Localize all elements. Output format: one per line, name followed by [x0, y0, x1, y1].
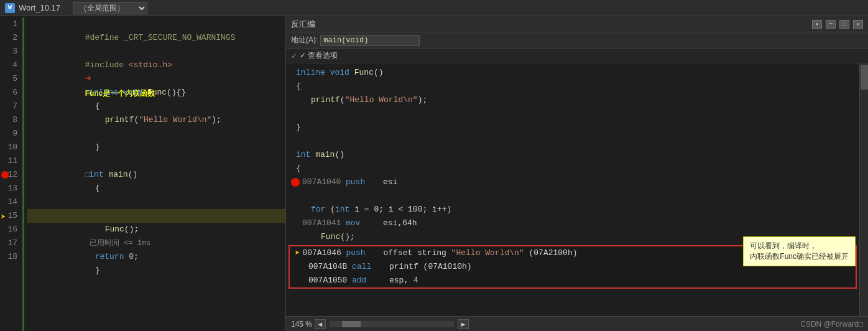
- line-numbers: 1 2 3 4 5 6 7 8 9 10 11 12 13 14: [0, 16, 22, 331]
- bottom-bar: 145 % ◄ ► CSDN @Forward□: [286, 316, 868, 331]
- disasm-line-brace1: {: [286, 80, 859, 93]
- disasm-scrollbar[interactable]: [859, 63, 868, 316]
- source-panel: 1 2 3 4 5 6 7 8 9 10 11 12 13 14: [0, 16, 286, 331]
- disasm-close-btn[interactable]: ✕: [853, 20, 863, 29]
- code-line-6: {: [27, 86, 285, 100]
- disasm-line-main-decl: int main(): [286, 148, 859, 162]
- source-code-area: 1 2 3 4 5 6 7 8 9 10 11 12 13 14: [0, 16, 285, 331]
- code-lines[interactable]: #define _CRT_SECURE_NO_WARNINGS #include…: [24, 16, 285, 331]
- disasm-maximize-btn[interactable]: □: [839, 20, 849, 29]
- code-line-8: [27, 113, 285, 127]
- scrollbar-thumb[interactable]: [861, 65, 868, 90]
- disasm-minimize-btn[interactable]: ─: [826, 20, 836, 29]
- disasm-line-empty3: [286, 189, 859, 203]
- disasm-line-main-brace: {: [286, 162, 859, 175]
- code-line-9: }: [27, 127, 285, 141]
- disasm-line-func-decl: inline void Func(): [286, 66, 859, 80]
- address-input[interactable]: [320, 35, 420, 46]
- disasm-panel: 反汇编 ▾ ─ □ ✕ 地址(A): ✓ ✓ 查看选项 in: [286, 16, 868, 331]
- code-line-2: [27, 31, 285, 45]
- address-label: 地址(A):: [291, 35, 318, 45]
- annotation-line2: 内联函数Func确实已经被展开: [750, 251, 849, 262]
- disasm-line-add-esp: 007A1050 add esp, 4: [290, 274, 856, 287]
- disasm-line-brace2: }: [286, 121, 859, 134]
- disasm-options-bar[interactable]: ✓ ✓ 查看选项: [286, 49, 868, 63]
- zoom-section: 145 % ◄ ►: [291, 319, 469, 329]
- panel-controls: ▾ ─ □ ✕: [812, 20, 863, 29]
- annotation-bubble: 可以看到，编译时， 内联函数Func确实已经被展开: [743, 236, 856, 266]
- code-line-3: #include <stdio.h>: [27, 45, 285, 58]
- disasm-line-empty1: [286, 107, 859, 121]
- app-title: Wort_10.17: [19, 3, 60, 12]
- zoom-right-btn[interactable]: ►: [458, 319, 469, 329]
- zoom-scrollbar[interactable]: [330, 321, 454, 327]
- code-line-5: □inline void Func(){}: [27, 72, 285, 86]
- disasm-line-empty2: [286, 134, 859, 148]
- app-icon: W: [5, 3, 15, 13]
- code-line-16: [27, 223, 285, 236]
- disasm-line-printf: printf("Hello World\n");: [286, 93, 859, 107]
- options-collapse-arrow: ✓: [291, 52, 297, 60]
- code-line-1: #define _CRT_SECURE_NO_WARNINGS: [27, 17, 285, 31]
- disasm-address-bar: 地址(A):: [286, 32, 868, 49]
- code-line-18: }: [27, 250, 285, 264]
- code-line-11: □int main(): [27, 154, 285, 168]
- disasm-dropdown-btn[interactable]: ▾: [812, 20, 822, 29]
- disasm-line-for: for (int i = 0; i < 100; i++): [286, 203, 859, 217]
- code-line-17: return 0;: [27, 236, 285, 250]
- code-line-10: [27, 141, 285, 154]
- code-line-14: for (int i = 0; i < 100; i++): [27, 195, 285, 209]
- code-line-13: [27, 182, 285, 195]
- disasm-line-push-esi: 007A1040 push esi: [286, 175, 859, 189]
- options-label: ✓ 查看选项: [300, 50, 338, 61]
- annotation-line1: 可以看到，编译时，: [750, 241, 849, 251]
- title-bar: W Wort_10.17 （全局范围）: [0, 0, 868, 16]
- disasm-titlebar: 反汇编 ▾ ─ □ ✕: [286, 16, 868, 32]
- zoom-level: 145 %: [291, 320, 312, 329]
- disasm-line-mov: 007A1041 mov esi,64h: [286, 217, 859, 230]
- code-line-4: ➜ Func是一个内联函数: [27, 58, 285, 72]
- code-line-15: Func(); 已用时间 <= 1ms: [27, 209, 285, 223]
- disasm-scroll-area[interactable]: inline void Func() { printf("Hello World…: [286, 63, 859, 316]
- watermark: CSDN @Forward□: [800, 320, 863, 329]
- main-content: 1 2 3 4 5 6 7 8 9 10 11 12 13 14: [0, 16, 868, 331]
- scope-selector[interactable]: （全局范围）: [73, 2, 147, 14]
- code-line-7: printf("Hello World\n");: [27, 100, 285, 113]
- zoom-left-btn[interactable]: ◄: [315, 319, 326, 329]
- code-line-12: {: [27, 168, 285, 182]
- disasm-content: inline void Func() { printf("Hello World…: [286, 63, 868, 316]
- disasm-panel-title: 反汇编: [291, 19, 315, 30]
